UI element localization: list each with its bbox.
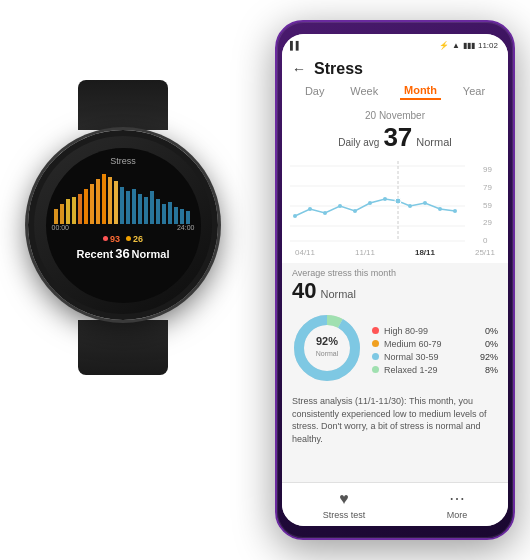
svg-rect-17 [156, 199, 160, 224]
status-left: ▌▌ [290, 41, 301, 50]
tab-year[interactable]: Year [459, 83, 489, 99]
avg-stress-number: 40 [292, 278, 316, 304]
app-header: ← Stress Day Week Month Year [282, 56, 508, 106]
back-button[interactable]: ← [292, 61, 306, 77]
smartwatch: Stress [18, 80, 228, 350]
nav-stress-test-label: Stress test [323, 510, 366, 520]
svg-rect-14 [138, 194, 142, 224]
y-label-29: 29 [483, 218, 492, 227]
watch-time-range: 00:00 24:00 [52, 224, 195, 231]
battery-icon: ▮▮▮ [463, 41, 475, 50]
svg-text:92%: 92% [316, 335, 338, 347]
legend-label-high: High 80-99 [384, 326, 428, 336]
tab-day[interactable]: Day [301, 83, 329, 99]
avg-stress-section: Average stress this month 40 Normal [282, 263, 508, 309]
watch-screen: Stress [46, 148, 201, 303]
line-chart [290, 161, 500, 246]
tab-month[interactable]: Month [400, 82, 441, 100]
watch-recent: Recent 36 Normal [77, 246, 170, 261]
nav-more-label: More [447, 510, 468, 520]
phone-screen: ▌▌ ⚡ ▲ ▮▮▮ 11:02 ← Stress [282, 34, 508, 526]
watch-stat-low: 26 [126, 234, 143, 244]
legend-list: High 80-99 0% Medium 60-79 0% Normal 30-… [372, 326, 498, 375]
date-section: 20 November Daily avg 37 Normal [282, 106, 508, 157]
svg-rect-15 [144, 197, 148, 224]
watch-chart [52, 169, 195, 224]
tab-row: Day Week Month Year [292, 82, 498, 100]
legend-item-relaxed: Relaxed 1-29 8% [372, 365, 498, 375]
watch-side-button [212, 191, 217, 209]
watch-stats: 93 26 [103, 234, 143, 244]
svg-rect-18 [162, 204, 166, 224]
svg-rect-10 [114, 181, 118, 224]
watch-time-start: 00:00 [52, 224, 70, 231]
daily-avg-row: Daily avg 37 Normal [292, 122, 498, 153]
dot-red [103, 236, 108, 241]
svg-point-33 [353, 209, 357, 213]
svg-rect-11 [120, 187, 124, 224]
nav-stress-test[interactable]: ♥ Stress test [323, 490, 366, 520]
scene: Stress [0, 0, 530, 560]
legend-label-relaxed: Relaxed 1-29 [384, 365, 438, 375]
analysis-section: Stress analysis (11/1-11/30): This month… [282, 391, 508, 482]
watch-body: Stress [28, 130, 218, 320]
donut-section: 92% Normal High 80-99 0% Medium 60-79 [282, 309, 508, 391]
svg-point-30 [308, 207, 312, 211]
x-label-25: 25/11 [475, 248, 495, 257]
daily-avg-status: Normal [416, 136, 451, 148]
svg-point-31 [323, 211, 327, 215]
avg-stress-label: Normal [320, 288, 355, 300]
svg-rect-2 [66, 199, 70, 224]
svg-rect-1 [60, 204, 64, 224]
svg-rect-20 [174, 207, 178, 224]
svg-point-39 [438, 207, 442, 211]
svg-point-36 [395, 198, 401, 204]
daily-avg-label: Daily avg [338, 137, 379, 148]
header-top: ← Stress [292, 60, 498, 78]
wifi-icon: ▲ [452, 41, 460, 50]
svg-rect-6 [90, 184, 94, 224]
svg-point-35 [383, 197, 387, 201]
svg-rect-22 [186, 211, 190, 224]
dot-yellow [126, 236, 131, 241]
nav-more[interactable]: ⋯ More [447, 489, 468, 520]
legend-item-medium: Medium 60-79 0% [372, 339, 498, 349]
stress-test-icon: ♥ [339, 490, 349, 508]
legend-dot-relaxed [372, 366, 379, 373]
svg-point-43 [299, 320, 355, 376]
svg-point-37 [408, 204, 412, 208]
bottom-nav: ♥ Stress test ⋯ More [282, 482, 508, 526]
svg-rect-19 [168, 202, 172, 224]
daily-avg-number: 37 [383, 122, 412, 153]
x-label-11: 11/11 [355, 248, 375, 257]
watch-time-end: 24:00 [177, 224, 195, 231]
phone-body: ▌▌ ⚡ ▲ ▮▮▮ 11:02 ← Stress [275, 20, 515, 540]
y-axis: 99 79 59 29 0 [483, 165, 492, 245]
analysis-text: Stress analysis (11/1-11/30): This month… [292, 395, 498, 445]
svg-point-38 [423, 201, 427, 205]
y-label-99: 99 [483, 165, 492, 174]
legend-item-high: High 80-99 0% [372, 326, 498, 336]
svg-rect-5 [84, 189, 88, 224]
watch-stat-high: 93 [103, 234, 120, 244]
svg-point-32 [338, 204, 342, 208]
clock-display: 11:02 [478, 41, 498, 50]
status-right: ⚡ ▲ ▮▮▮ 11:02 [439, 41, 498, 50]
svg-text:Normal: Normal [316, 350, 339, 357]
legend-label-normal: Normal 30-59 [384, 352, 439, 362]
more-icon: ⋯ [449, 489, 465, 508]
date-display: 20 November [292, 110, 498, 121]
legend-pct-relaxed: 8% [485, 365, 498, 375]
tab-week[interactable]: Week [346, 83, 382, 99]
y-label-59: 59 [483, 201, 492, 210]
y-label-0: 0 [483, 236, 492, 245]
status-bar: ▌▌ ⚡ ▲ ▮▮▮ 11:02 [282, 34, 508, 56]
svg-rect-8 [102, 174, 106, 224]
watch-strap-bottom [78, 320, 168, 375]
legend-pct-normal: 92% [480, 352, 498, 362]
svg-rect-4 [78, 194, 82, 224]
svg-rect-9 [108, 177, 112, 224]
legend-pct-high: 0% [485, 326, 498, 336]
watch-strap-top [78, 80, 168, 130]
donut-chart: 92% Normal [292, 313, 362, 387]
